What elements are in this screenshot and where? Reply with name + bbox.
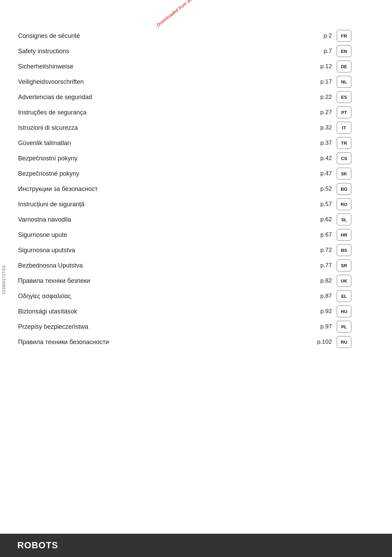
toc-lang-badge: FR: [337, 30, 351, 42]
toc-item-page: p.47: [274, 166, 336, 181]
toc-lang-badge: PT: [337, 106, 351, 118]
toc-item-title: Bezbednosna Uputstva: [18, 258, 273, 273]
toc-item-title: Przepisy bezpieczeństwa: [18, 319, 273, 334]
toc-row: Güvenlik talimatları p.37 TR: [18, 136, 384, 150]
toc-item-page: p.37: [274, 136, 336, 150]
toc-item-title: Biztonsági utasítások: [18, 304, 273, 319]
toc-row: Правила техники безопасности p.102 RU: [18, 335, 384, 349]
toc-item-page: p.102: [274, 335, 336, 349]
toc-lang-badge: SL: [337, 214, 351, 225]
toc-item-page: p.7: [274, 44, 336, 58]
toc-item-title: Safety instructions: [18, 44, 273, 58]
toc-row: Varnostna navodila p.62 SL: [18, 212, 384, 227]
toc-row: Bezpečnostní pokyny p.42 CS: [18, 151, 384, 166]
toc-row: Bezbednosna Uputstva p.77 SR: [18, 258, 384, 273]
toc-row: Sicherheitshinweise p.12 DE: [18, 59, 384, 74]
toc-lang-badge: NL: [337, 76, 351, 88]
toc-row: Istruzioni di sicurezza p.32 IT: [18, 120, 384, 135]
toc-row: Instrucțiuni de siguranță p.57 RO: [18, 197, 384, 212]
toc-lang-badge: DE: [337, 61, 351, 72]
toc-item-page: p.72: [274, 243, 336, 257]
toc-item-page: p.42: [274, 151, 336, 166]
toc-item-page: p.12: [274, 59, 336, 74]
toc-row: Przepisy bezpieczeństwa p.97 PL: [18, 319, 384, 334]
toc-lang-badge: IT: [337, 122, 351, 134]
toc-lang-badge: EL: [337, 290, 351, 302]
toc-lang-badge: RO: [337, 198, 351, 210]
toc-item-page: p.87: [274, 289, 336, 303]
toc-row: Safety instructions p.7 EN: [18, 44, 384, 58]
toc-lang-badge: BG: [337, 183, 351, 195]
toc-lang-badge: RU: [337, 336, 351, 348]
toc-item-page: p.17: [274, 74, 336, 89]
toc-row: Biztonsági utasítások p.92 HU: [18, 304, 384, 319]
toc-lang-badge: PL: [337, 321, 351, 333]
content-area: 2220001727/03 Consignes de sécurité p.2 …: [0, 0, 392, 357]
toc-lang-badge: BS: [337, 244, 351, 256]
toc-item-title: Consignes de sécurité: [18, 29, 273, 43]
toc-row: Οδηγίες ασφαλείας p.87 EL: [18, 289, 384, 303]
toc-item-page: p.22: [274, 90, 336, 104]
toc-item-title: Instrucțiuni de siguranță: [18, 197, 273, 212]
toc-item-title: Инструкции за безопасност: [18, 182, 273, 196]
toc-item-title: Sigurnosne upute: [18, 228, 273, 242]
footer-title: ROBOTS: [17, 540, 58, 551]
toc-lang-badge: ES: [337, 91, 351, 103]
toc-item-title: Sigurnosna uputstva: [18, 243, 273, 257]
toc-item-page: p.92: [274, 304, 336, 319]
toc-item-page: p.32: [274, 120, 336, 135]
toc-item-title: Правила техники безопасности: [18, 335, 273, 349]
toc-item-title: Правила техніки безпеки: [18, 273, 273, 288]
toc-item-page: p.77: [274, 258, 336, 273]
toc-row: Advertencias de seguridad p.22 ES: [18, 90, 384, 104]
document-number: 2220001727/03: [2, 265, 6, 294]
toc-item-page: p.52: [274, 182, 336, 196]
toc-item-title: Istruzioni di sicurezza: [18, 120, 273, 135]
toc-row: Sigurnosne upute p.67 HR: [18, 228, 384, 242]
toc-row: Sigurnosna uputstva p.72 BS: [18, 243, 384, 257]
toc-row: Consignes de sécurité p.2 FR: [18, 29, 384, 43]
toc-item-title: Οδηγίες ασφαλείας: [18, 289, 273, 303]
footer-bar: ROBOTS: [0, 534, 392, 557]
toc-item-page: p.27: [274, 105, 336, 120]
toc-item-title: Sicherheitshinweise: [18, 59, 273, 74]
toc-lang-badge: SK: [337, 168, 351, 180]
toc-item-page: p.57: [274, 197, 336, 212]
toc-lang-badge: SR: [337, 260, 351, 271]
toc-row: Bezpečnostné pokyny p.47 SK: [18, 166, 384, 181]
toc-item-title: Veiligheidsvoorschriften: [18, 74, 273, 89]
toc-row: Инструкции за безопасност p.52 BG: [18, 182, 384, 196]
toc-item-page: p.2: [274, 29, 336, 43]
toc-lang-badge: HR: [337, 229, 351, 241]
toc-item-title: Advertencias de seguridad: [18, 90, 273, 104]
toc-row: Правила техніки безпеки p.82 UK: [18, 273, 384, 288]
table-of-contents: Consignes de sécurité p.2 FR Safety inst…: [17, 28, 385, 350]
toc-lang-badge: HU: [337, 305, 351, 317]
toc-lang-badge: TR: [337, 137, 351, 149]
toc-item-title: Bezpečnostní pokyny: [18, 151, 273, 166]
toc-item-title: Bezpečnostné pokyny: [18, 166, 273, 181]
toc-item-title: Varnostna navodila: [18, 212, 273, 227]
toc-row: Instruções de segurança p.27 PT: [18, 105, 384, 120]
toc-lang-badge: CS: [337, 152, 351, 164]
toc-lang-badge: EN: [337, 45, 351, 57]
toc-item-page: p.62: [274, 212, 336, 227]
toc-item-page: p.82: [274, 273, 336, 288]
toc-item-page: p.67: [274, 228, 336, 242]
toc-row: Veiligheidsvoorschriften p.17 NL: [18, 74, 384, 89]
toc-lang-badge: UK: [337, 275, 351, 287]
toc-item-page: p.97: [274, 319, 336, 334]
toc-item-title: Güvenlik talimatları: [18, 136, 273, 150]
toc-item-title: Instruções de segurança: [18, 105, 273, 120]
